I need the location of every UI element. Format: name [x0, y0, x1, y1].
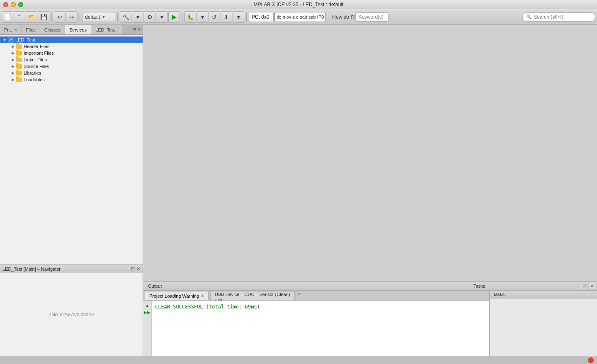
pc-display: PC: 0x0: [249, 12, 274, 22]
loadables-folder-icon: [16, 77, 22, 83]
clean-build-dropdown-button[interactable]: ▾: [156, 11, 167, 23]
tab-led-test[interactable]: LED_Tes...: [91, 25, 122, 34]
tab-usb-device-label: USB Device – CDC – Sensor (Clean): [215, 292, 290, 297]
refresh-button[interactable]: ↺: [209, 11, 220, 23]
search-box[interactable]: 🔍: [522, 12, 595, 22]
clean-build-icon: ⚙: [147, 14, 153, 20]
tab-projects[interactable]: Pr... ✕: [0, 25, 22, 34]
redo-button[interactable]: ↪: [66, 11, 78, 23]
save-button[interactable]: 💾: [38, 11, 49, 23]
tab-usb-device[interactable]: USB Device – CDC – Sensor (Clean) USB ✕: [210, 291, 295, 300]
tab-classes-label: Classes: [44, 27, 61, 32]
tab-project-loading-warning-close-icon[interactable]: ✕: [201, 294, 204, 298]
search-icon: 🔍: [526, 14, 532, 19]
keyword-input[interactable]: [355, 12, 388, 22]
libraries-folder-icon: [16, 70, 22, 76]
tree-source-files[interactable]: ▶ Source Files: [0, 63, 143, 70]
tab-services-label: Services: [69, 27, 87, 32]
left-panel: Pr... ✕ Files Classes Services LED_Tes..…: [0, 25, 143, 356]
new-project-button[interactable]: 📄: [2, 11, 13, 23]
tab-files[interactable]: Files: [22, 25, 40, 34]
tab-projects-close-icon[interactable]: ✕: [14, 27, 17, 32]
important-files-folder-icon: [16, 50, 22, 56]
debug-button[interactable]: 🐛: [184, 11, 196, 23]
tab-services[interactable]: Services: [65, 25, 91, 34]
tree-libraries[interactable]: ▶ Libraries: [0, 70, 143, 76]
output-panel-title: Output: [143, 284, 167, 289]
debug-dropdown-button[interactable]: ▾: [197, 11, 208, 23]
status-bar: [0, 356, 597, 364]
tasks-panel-title: Tasks: [473, 284, 485, 289]
left-tab-bar: Pr... ✕ Files Classes Services LED_Tes..…: [0, 25, 143, 35]
bottom-close-icon[interactable]: ✕: [589, 283, 595, 289]
output-down-icon[interactable]: ▶▶: [144, 309, 150, 315]
tree-loadables[interactable]: ▶ Loadables: [0, 76, 143, 83]
window-controls: [3, 2, 23, 7]
close-button[interactable]: [3, 2, 8, 7]
build-toolbar-group: 🔨 ▾ ⚙ ▾: [120, 11, 167, 23]
output-tabs: Project Loading Warning ✕ USB Device – C…: [143, 291, 489, 301]
loadables-arrow-icon: ▶: [10, 78, 16, 82]
maximize-button[interactable]: [18, 2, 23, 7]
tasks-header-label: Tasks: [493, 292, 505, 297]
root-label: LED_Test: [15, 37, 35, 42]
separator-2: [80, 12, 80, 22]
debug-toolbar-group: 🐛 ▾ ↺ ⬇ ▾: [184, 11, 244, 23]
tab-project-loading-warning-label: Project Loading Warning: [149, 294, 199, 298]
tab-project-loading-warning[interactable]: Project Loading Warning ✕: [145, 291, 209, 300]
program-dropdown-icon: ▾: [237, 14, 240, 20]
navigator-close-icon[interactable]: ✕: [136, 266, 140, 272]
tab-classes[interactable]: Classes: [40, 25, 65, 34]
tasks-header: Tasks: [490, 291, 597, 298]
output-up-icon[interactable]: ▲: [144, 302, 150, 308]
linker-files-folder-icon: [16, 57, 22, 63]
linker-files-label: Linker Files: [24, 57, 47, 62]
undo-button[interactable]: ↩: [54, 11, 66, 23]
source-files-arrow-icon: ▶: [10, 64, 16, 68]
output-text: CLEAN SUCCESSFUL (total time: 69ms): [153, 302, 488, 311]
separator-4: [182, 12, 182, 22]
program-button[interactable]: ⬇: [221, 11, 232, 23]
source-files-label: Source Files: [24, 64, 49, 69]
bottom-restore-icon[interactable]: ⊟: [581, 283, 587, 289]
libraries-label: Libraries: [24, 70, 41, 75]
tree-important-files[interactable]: ▶ Important Files: [0, 50, 143, 56]
open-button[interactable]: 📂: [26, 11, 37, 23]
clean-build-dropdown-icon: ▾: [160, 14, 163, 20]
output-section: Project Loading Warning ✕ USB Device – C…: [143, 291, 489, 356]
bottom-panel-header: Output ⊟ ✕ Tasks: [143, 281, 597, 291]
edit-toolbar-group: ↩ ↪: [54, 11, 78, 23]
tree-header-files[interactable]: ▶ Header Files: [0, 43, 143, 50]
configuration-label: default: [85, 14, 100, 20]
file-tree: ▼ P LED_Test ▶ Header Files ▶: [0, 35, 143, 265]
how-do-i-label: How do I?: [332, 14, 354, 20]
window-title: MPLAB X IDE v2.35 - LED_Test : default: [254, 2, 344, 7]
tab-usb-device-close-icon[interactable]: ✕: [298, 292, 301, 296]
tab-close-all-icon[interactable]: ✕: [137, 27, 141, 32]
tasks-panel: Tasks: [489, 291, 597, 356]
build-button[interactable]: 🔨: [120, 11, 131, 23]
build-dropdown-button[interactable]: ▾: [132, 11, 143, 23]
run-button[interactable]: ▶: [168, 11, 180, 23]
output-side-buttons: ▲ ▶▶: [143, 301, 152, 356]
new-project-icon: 📄: [4, 14, 11, 20]
tab-files-label: Files: [26, 27, 36, 32]
tab-restore-icon[interactable]: ⊟: [132, 27, 136, 32]
root-arrow-icon: ▼: [2, 38, 7, 42]
navigator-restore-icon[interactable]: ⊟: [131, 266, 135, 272]
navigator-content: <No View Available>: [0, 273, 143, 356]
open-icon: 📂: [28, 14, 35, 20]
tree-linker-files[interactable]: ▶ Linker Files: [0, 56, 143, 63]
build-icon: 🔨: [122, 14, 129, 20]
tree-root-item[interactable]: ▼ P LED_Test: [0, 36, 143, 43]
no-view-text: <No View Available>: [49, 312, 94, 318]
program-dropdown-button[interactable]: ▾: [233, 11, 244, 23]
configuration-dropdown[interactable]: default ▼: [82, 12, 115, 22]
search-input[interactable]: [534, 14, 592, 20]
tab-projects-label: Pr...: [4, 27, 12, 32]
clean-build-button[interactable]: ⚙: [144, 11, 155, 23]
navigator-panel: LED_Test [Main] – Navigator ⊟ ✕ <No View…: [0, 265, 143, 356]
new-file-button[interactable]: 🗒: [14, 11, 25, 23]
minimize-button[interactable]: [11, 2, 16, 7]
header-files-label: Header Files: [24, 44, 49, 49]
